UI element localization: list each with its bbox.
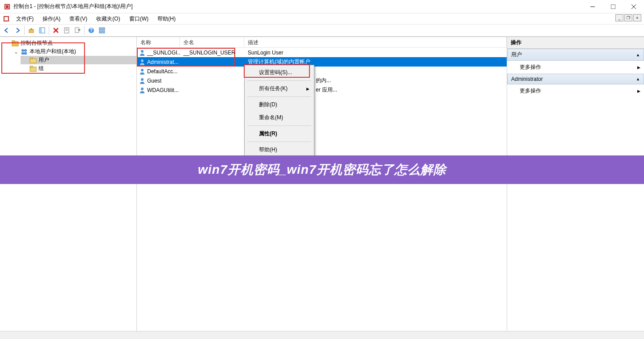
user-icon [139, 68, 146, 75]
svg-rect-24 [102, 31, 105, 33]
overlay-banner: win7开机密码_win7开机密码忘了怎么解除 [0, 155, 644, 184]
svg-text:?: ? [89, 27, 93, 33]
svg-rect-4 [611, 4, 615, 9]
submenu-arrow-icon: ▶ [306, 87, 309, 91]
menu-help[interactable]: 帮助(H) [154, 14, 179, 24]
svg-rect-9 [29, 29, 34, 33]
svg-rect-22 [102, 28, 105, 30]
svg-point-36 [141, 69, 144, 71]
actions-header: 操作 [507, 37, 644, 49]
properties-button[interactable] [62, 25, 72, 35]
actions-more-users[interactable]: 更多操作 ▶ [507, 61, 644, 74]
ctx-separator [247, 142, 311, 142]
user-name: Guest [147, 78, 161, 84]
actions-users-label: 用户 [511, 51, 522, 59]
user-fullname [180, 89, 244, 91]
col-fullname[interactable]: 全名 [180, 37, 244, 47]
ctx-rename[interactable]: 重命名(M) [246, 111, 313, 124]
mdi-minimize[interactable]: _ [615, 14, 623, 21]
user-desc: SunLogin User [244, 49, 507, 57]
tree-pane: 控制台根节点 ⌄ 本地用户和组(本地) 用户 [0, 37, 137, 331]
app-icon [4, 3, 11, 10]
collapse-arrow-icon: ▲ [636, 77, 640, 81]
toolbar-separator [49, 26, 49, 35]
col-name[interactable]: 名称 [137, 37, 180, 47]
user-fullname [180, 71, 244, 72]
toolbar: ? [0, 24, 644, 37]
ctx-delete[interactable]: 删除(D) [246, 98, 313, 111]
delete-button[interactable] [51, 25, 61, 35]
minimize-button[interactable] [582, 0, 603, 13]
submenu-arrow-icon: ▶ [637, 89, 640, 93]
titlebar: 控制台1 - [控制台根节点\本地用户和组(本地)\用户] [0, 0, 644, 13]
menu-window[interactable]: 窗口(W) [126, 14, 152, 24]
ctx-separator [247, 126, 311, 126]
actions-more-admin[interactable]: 更多操作 ▶ [507, 84, 644, 97]
actions-section-users[interactable]: 用户 ▲ [507, 49, 644, 61]
ctx-all-tasks-label: 所有任务(K) [259, 85, 288, 92]
context-menu: 设置密码(S)... 所有任务(K)▶ 删除(D) 重命名(M) 属性(R) 帮… [244, 65, 314, 158]
user-name: WDAGUtilit... [147, 87, 179, 93]
menu-action[interactable]: 操作(A) [39, 14, 64, 24]
ctx-set-password[interactable]: 设置密码(S)... [246, 66, 313, 79]
menu-view[interactable]: 查看(V) [66, 14, 91, 24]
list-row[interactable]: WDAGUtilit... er 应用... [137, 85, 507, 95]
window-controls [582, 0, 644, 13]
up-button[interactable] [26, 25, 36, 35]
mdi-controls: _ ❐ × [615, 14, 641, 21]
user-name: DefaultAcc... [147, 68, 178, 75]
actions-more-label: 更多操作 [520, 63, 541, 71]
svg-rect-26 [12, 41, 15, 42]
actions-section-admin[interactable]: Administrator ▲ [507, 74, 644, 84]
user-fullname [180, 80, 244, 82]
list-row[interactable]: Guest 的内... [137, 76, 507, 85]
ctx-properties[interactable]: 属性(R) [246, 127, 313, 140]
show-hide-button[interactable] [37, 25, 47, 35]
svg-rect-21 [99, 28, 102, 30]
mmc-icon [3, 15, 10, 22]
actions-more-label: 更多操作 [520, 87, 541, 95]
ctx-all-tasks[interactable]: 所有任务(K)▶ [246, 82, 313, 95]
toolbar-separator [84, 26, 85, 35]
menubar: 文件(F) 操作(A) 查看(V) 收藏夹(O) 窗口(W) 帮助(H) _ ❐… [0, 13, 644, 24]
annotation-box [137, 48, 235, 67]
actions-admin-label: Administrator [511, 76, 543, 82]
annotation-box [1, 42, 85, 74]
svg-rect-12 [39, 28, 41, 33]
statusbar [0, 331, 644, 339]
tile-button[interactable] [97, 25, 107, 35]
list-pane: 名称 全名 描述 __SUNLOGI... __SUNLOGIN_USER Su… [137, 37, 507, 331]
export-button[interactable] [72, 25, 82, 35]
user-icon [139, 77, 146, 84]
ctx-separator [247, 80, 311, 81]
submenu-arrow-icon: ▶ [637, 65, 640, 70]
back-button[interactable] [2, 25, 12, 35]
menu-favorites[interactable]: 收藏夹(O) [93, 14, 123, 24]
svg-point-38 [141, 88, 144, 90]
user-icon [139, 87, 146, 94]
collapse-arrow-icon: ▲ [636, 53, 640, 57]
list-row[interactable]: DefaultAcc... [137, 67, 507, 76]
ctx-help[interactable]: 帮助(H) [246, 143, 313, 156]
forward-button[interactable] [13, 25, 22, 35]
close-button[interactable] [623, 0, 644, 13]
toolbar-separator [24, 26, 25, 35]
mdi-restore[interactable]: ❐ [624, 14, 632, 21]
titlebar-text: 控制台1 - [控制台根节点\本地用户和组(本地)\用户] [13, 3, 133, 10]
menu-file[interactable]: 文件(F) [13, 14, 37, 24]
svg-rect-2 [6, 5, 8, 8]
maximize-button[interactable] [603, 0, 623, 13]
mdi-close[interactable]: × [633, 14, 641, 21]
svg-rect-8 [4, 17, 8, 21]
svg-rect-23 [99, 31, 102, 33]
svg-point-37 [141, 78, 144, 81]
col-description[interactable]: 描述 [244, 37, 507, 47]
list-header: 名称 全名 描述 [137, 37, 507, 48]
help-button[interactable]: ? [86, 25, 96, 35]
actions-pane: 操作 用户 ▲ 更多操作 ▶ Administrator ▲ 更多操作 ▶ [507, 37, 644, 331]
ctx-separator [247, 96, 311, 97]
